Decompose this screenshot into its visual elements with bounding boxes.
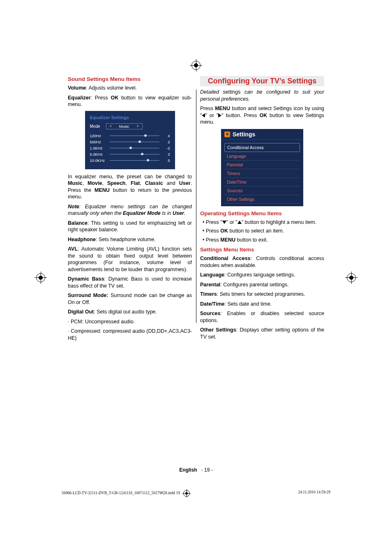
gear-icon: ✶ bbox=[224, 131, 230, 137]
equalizer-band-value: 2 bbox=[163, 140, 170, 144]
equalizer-panel-title: Equalizer Settings bbox=[90, 115, 170, 120]
equalizer-band-label: 1.5KHz bbox=[90, 146, 106, 150]
settings-list: Conditional AccessLanguageParentalTimers… bbox=[221, 143, 303, 204]
settings-menu-items-heading: Settings Menu Items bbox=[200, 246, 324, 253]
divider bbox=[221, 139, 303, 142]
equalizer-band-value: 5 bbox=[163, 158, 170, 163]
crop-mark-icon bbox=[65, 49, 65, 65]
page: Sound Settings Menu Items Volume: Adjust… bbox=[0, 0, 392, 555]
equalizer-band: 500Hz2 bbox=[90, 140, 170, 144]
settings-item[interactable]: Language bbox=[224, 152, 300, 161]
headphone-paragraph: Headphone: Sets headphone volume. bbox=[68, 236, 192, 243]
equalizer-slider[interactable] bbox=[110, 140, 159, 143]
list-item: Press MENU button to exit. bbox=[203, 237, 324, 244]
equalizer-band-value: -2 bbox=[163, 146, 170, 150]
equalizer-mode-select[interactable]: < Music > bbox=[106, 123, 143, 129]
equalizer-band-label: 500Hz bbox=[90, 140, 106, 144]
registration-mark-icon bbox=[191, 61, 201, 70]
equalizer-band: 1.5KHz-2 bbox=[90, 146, 170, 150]
equalizer-label: Equalizer bbox=[68, 95, 91, 101]
settings-item[interactable]: Conditional Access bbox=[224, 143, 300, 152]
pcm-line: · PCM: Uncompressed audio. bbox=[68, 318, 192, 325]
registration-mark-icon bbox=[183, 490, 190, 497]
equalizer-mode-label: Mode bbox=[90, 124, 100, 129]
settings-item[interactable]: Date/Time bbox=[224, 178, 300, 187]
crop-mark-icon bbox=[327, 49, 327, 65]
settings-panel-title: Settings bbox=[233, 131, 255, 138]
balance-paragraph: Balance: This setting is used for emphas… bbox=[68, 220, 192, 233]
chevron-left-icon[interactable]: < bbox=[110, 124, 112, 128]
column-separator bbox=[196, 90, 196, 323]
other-settings-paragraph: Other Settings: Displays other setting o… bbox=[200, 327, 324, 340]
chevron-right-icon[interactable]: > bbox=[137, 124, 139, 128]
footer-metadata: 56966-LCD-TV-32111-DVB_T-GB-1241110_1007… bbox=[62, 490, 330, 497]
right-column: Configuring Your TV’s Settings Detailed … bbox=[200, 76, 324, 344]
left-column: Sound Settings Menu Items Volume: Adjust… bbox=[68, 76, 192, 344]
equalizer-band-value: 4 bbox=[163, 134, 170, 138]
list-item: Press OK button to select an item. bbox=[203, 228, 324, 235]
footer-language: English bbox=[179, 467, 197, 473]
settings-item[interactable]: Sources bbox=[224, 187, 300, 195]
equalizer-note: Note: Equalizer menu settings can be cha… bbox=[68, 203, 192, 217]
equalizer-band-value: 3 bbox=[163, 152, 170, 157]
page-number: English - 19 - bbox=[0, 467, 392, 473]
avl-paragraph: AVL: Automatic Volume Limiting (AVL) fun… bbox=[68, 246, 192, 273]
equalizer-band-label: 5.0KHz bbox=[90, 152, 106, 157]
conditional-access-paragraph: Conditional Access: Controls conditional… bbox=[200, 255, 324, 269]
settings-panel: ✶ Settings Conditional AccessLanguagePar… bbox=[221, 129, 303, 206]
equalizer-band: 10.0KHz5 bbox=[90, 158, 170, 163]
equalizer-band-label: 10.0KHz bbox=[90, 158, 106, 163]
settings-item[interactable]: Other Settings bbox=[224, 195, 300, 204]
compressed-line: · Compressed: compressed audio (DD,DD+,A… bbox=[68, 328, 192, 341]
detailed-settings-intro: Detailed settings can be configured to s… bbox=[200, 89, 324, 102]
equalizer-settings-panel: Equalizer Settings Mode < Music > 120Hz4… bbox=[85, 111, 175, 169]
registration-mark-icon bbox=[36, 273, 45, 282]
footer-filename: 56966-LCD-TV-32111-DVB_T-GB-1241110_1007… bbox=[62, 490, 190, 497]
surround-paragraph: Surround Mode: Surround mode can be chan… bbox=[68, 292, 192, 306]
settings-item[interactable]: Parental bbox=[224, 161, 300, 169]
sources-paragraph: Sources: Enables or disables selected so… bbox=[200, 310, 324, 324]
equalizer-mode-row: Mode < Music > bbox=[90, 123, 170, 129]
volume-label: Volume bbox=[68, 85, 86, 91]
volume-text: : Adjusts volume level. bbox=[86, 85, 137, 91]
press-menu-paragraph: Press MENU button and select Settings ic… bbox=[200, 105, 324, 126]
equalizer-band: 120Hz4 bbox=[90, 134, 170, 138]
equalizer-presets-paragraph: In equalizer menu, the preset can be cha… bbox=[68, 173, 192, 200]
equalizer-slider[interactable] bbox=[110, 152, 159, 156]
equalizer-band: 5.0KHz3 bbox=[90, 152, 170, 157]
dynamic-bass-paragraph: Dynamic Bass: Dynamic Bass is used to in… bbox=[68, 276, 192, 289]
equalizer-band-label: 120Hz bbox=[90, 134, 106, 138]
registration-mark-icon bbox=[347, 273, 356, 282]
arrow-down-icon bbox=[222, 221, 226, 224]
operating-settings-heading: Operating Settings Menu Items bbox=[200, 210, 324, 216]
equalizer-paragraph: Equalizer: Press OK button to view equal… bbox=[68, 94, 192, 108]
parental-paragraph: Parental: Configures parental settings. bbox=[200, 281, 324, 288]
datetime-paragraph: Date/Time: Sets date and time. bbox=[200, 301, 324, 308]
digital-out-paragraph: Digital Out: Sets digital out audio type… bbox=[68, 309, 192, 315]
equalizer-slider[interactable] bbox=[110, 146, 159, 150]
settings-item[interactable]: Timers bbox=[224, 169, 300, 178]
footer-page-number: - 19 - bbox=[201, 467, 213, 473]
timers-paragraph: Timers: Sets timers for selected program… bbox=[200, 291, 324, 298]
configuring-heading: Configuring Your TV’s Settings bbox=[200, 76, 324, 86]
language-paragraph: Language: Configures language settings. bbox=[200, 272, 324, 279]
footer-datetime: 24.11.2010 14:59:29 bbox=[298, 490, 330, 497]
volume-paragraph: Volume: Adjusts volume level. bbox=[68, 85, 192, 92]
equalizer-bands: 120Hz4500Hz21.5KHz-25.0KHz310.0KHz5 bbox=[90, 134, 170, 163]
settings-panel-header: ✶ Settings bbox=[221, 129, 303, 139]
equalizer-slider[interactable] bbox=[110, 159, 159, 162]
equalizer-mode-value: Music bbox=[119, 124, 129, 129]
sound-settings-heading: Sound Settings Menu Items bbox=[68, 76, 192, 82]
operating-bullets: Press "" or "" button to highlight a men… bbox=[200, 219, 324, 244]
equalizer-slider[interactable] bbox=[110, 134, 159, 137]
arrow-right-icon bbox=[218, 113, 221, 117]
list-item: Press "" or "" button to highlight a men… bbox=[203, 219, 324, 226]
arrow-up-icon bbox=[238, 221, 242, 224]
